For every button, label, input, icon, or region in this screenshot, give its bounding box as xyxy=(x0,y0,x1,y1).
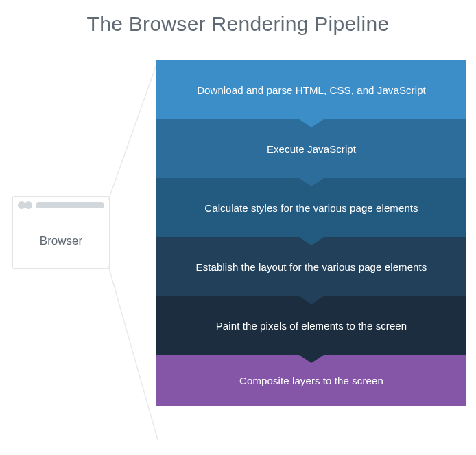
step-label: Download and parse HTML, CSS, and JavaSc… xyxy=(197,84,426,96)
browser-label: Browser xyxy=(13,214,109,268)
browser-illustration: Browser xyxy=(12,196,110,269)
nav-forward-icon xyxy=(25,201,32,209)
svg-line-0 xyxy=(108,61,158,200)
step-paint: Paint the pixels of elements to the scre… xyxy=(156,296,466,355)
browser-nav-buttons-icon xyxy=(18,201,32,209)
step-label: Establish the layout for the various pag… xyxy=(196,261,427,273)
svg-line-1 xyxy=(108,266,158,440)
connector-lines-icon xyxy=(108,60,158,441)
step-download-parse: Download and parse HTML, CSS, and JavaSc… xyxy=(156,60,466,119)
browser-topbar xyxy=(13,197,109,214)
pipeline-steps: Download and parse HTML, CSS, and JavaSc… xyxy=(156,60,466,406)
chevron-down-icon xyxy=(299,296,324,304)
diagram-content: Browser Download and parse HTML, CSS, an… xyxy=(0,60,476,455)
step-label: Execute JavaScript xyxy=(267,143,356,155)
step-calculate-styles: Calculate styles for the various page el… xyxy=(156,178,466,237)
address-bar-icon xyxy=(36,202,104,208)
chevron-down-icon xyxy=(299,178,324,186)
step-label: Calculate styles for the various page el… xyxy=(204,202,418,214)
chevron-down-icon xyxy=(299,237,324,245)
step-label: Composite layers to the screen xyxy=(239,375,383,386)
step-execute-js: Execute JavaScript xyxy=(156,119,466,178)
step-label: Paint the pixels of elements to the scre… xyxy=(216,320,407,332)
diagram-title: The Browser Rendering Pipeline xyxy=(0,0,476,36)
chevron-down-icon xyxy=(299,119,324,127)
chevron-down-icon xyxy=(299,355,324,363)
step-layout: Establish the layout for the various pag… xyxy=(156,237,466,296)
